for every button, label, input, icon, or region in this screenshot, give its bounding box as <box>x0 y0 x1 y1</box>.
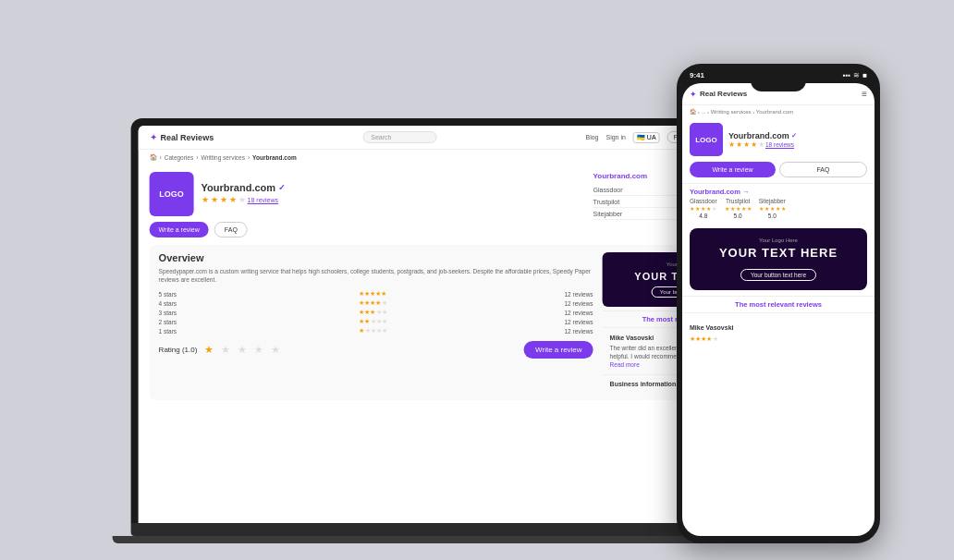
breadcrumb-writing[interactable]: Writting services <box>201 154 245 161</box>
overview-title: Overview <box>159 252 593 263</box>
phone-promo-logo-text: Your Logo Here <box>699 237 858 243</box>
phone-comparison-row: Glassdoor ★ ★ ★ ★ ★ 4.8 Trustpilot <box>690 198 867 219</box>
phone-status-icons: ▪▪▪ ≋ ■ <box>843 71 867 79</box>
phone-reviewer-name: Mike Vasovski <box>690 324 733 331</box>
phone-notch <box>751 79 806 91</box>
phone-promo-button[interactable]: Your button text here <box>740 269 816 281</box>
rating-row-1: 1 stars ★★★★★ 12 reviews <box>159 326 593 335</box>
write-review-button[interactable]: Write a review <box>150 222 209 237</box>
star-4: ★ <box>229 195 237 204</box>
search-input[interactable]: Search <box>362 131 436 143</box>
phone-reviewer-row: Mike Vasovski ★★★★ ★ <box>682 312 874 347</box>
comparison-site-sitejabber: Sitejabber <box>593 211 623 217</box>
write-review-lg-button[interactable]: Write a review <box>524 341 593 359</box>
brand-section: LOGO Yourbrand.com ✓ ★ ★ ★ <box>150 172 582 237</box>
nav-blog[interactable]: Blog <box>585 134 598 140</box>
breadcrumb-sep1: › <box>160 154 162 161</box>
overall-star-3: ★ <box>238 344 247 356</box>
phone-promo-main-text: YOUR TEXT HERE <box>699 246 858 260</box>
rating-row-4: 4 stars ★★★★★ 12 reviews <box>159 298 593 308</box>
breadcrumb-home[interactable]: 🏠 <box>150 153 157 161</box>
phone-comparison: Yourbrand.com → Glassdoor ★ ★ ★ ★ ★ <box>682 183 874 223</box>
reviews-link[interactable]: 18 reviews <box>248 197 278 203</box>
phone-promo-card: Your Logo Here YOUR TEXT HERE Your butto… <box>690 228 867 290</box>
overall-rating-row: Rating (1.0) ★ ★ ★ ★ ★ Write a review <box>159 341 593 359</box>
reviewer-name: Mike Vasovski <box>610 335 654 341</box>
phone: 9:41 ▪▪▪ ≋ ■ ✦ Real Reviews ≡ <box>677 64 880 543</box>
phone-comp-trustpilot: Trustpilot ★ ★ ★ ★ ★ 5.0 <box>725 198 752 219</box>
phone-notch-row: 9:41 ▪▪▪ ≋ ■ <box>682 71 874 83</box>
star-1: ★ <box>202 195 209 204</box>
site-logo: ✦ Real Reviews <box>150 132 214 142</box>
brand-header: LOGO Yourbrand.com ✓ ★ ★ ★ <box>150 172 582 216</box>
rating-row-2: 2 stars ★★★★★ 12 reviews <box>159 317 593 326</box>
phone-faq-button[interactable]: FAQ <box>779 162 867 177</box>
star-3: ★ <box>220 195 227 204</box>
overall-star-filled: ★ <box>204 344 214 356</box>
comparison-site-trustpilot: Trustpilot <box>593 199 620 205</box>
rating-row-3: 3 stars ★★★★★ 12 reviews <box>159 308 593 317</box>
overall-label: Rating (1.0) <box>159 346 198 354</box>
phone-reviews-title: The most relevant reviews <box>682 296 874 312</box>
breadcrumb-current: Yourbrand.com <box>252 154 297 161</box>
phone-brand-info: Yourbrand.com ✓ ★ ★ ★ ★ ★ 18 reviews <box>728 131 797 149</box>
brand-name: Yourbrand.com ✓ <box>202 182 286 193</box>
rating-row-5: 5 stars ★★★★★ 12 reviews <box>159 289 593 298</box>
overview-desc: Speedypaper.com is a custom writing serv… <box>159 267 593 284</box>
phone-comparison-title: Yourbrand.com → <box>690 188 867 196</box>
nav-signin[interactable]: Sign in <box>605 134 625 140</box>
flag-badge[interactable]: 🇺🇦 UA <box>633 132 660 143</box>
comparison-site-glassdoor: Glassdoor <box>593 187 623 193</box>
phone-brand-logo: LOGO <box>690 123 723 156</box>
phone-outer: 9:41 ▪▪▪ ≋ ■ ✦ Real Reviews ≡ <box>677 64 880 543</box>
phone-time: 9:41 <box>690 71 704 79</box>
search-placeholder: Search <box>371 134 391 140</box>
breadcrumb-sep3: › <box>248 154 250 161</box>
phone-logo-text: Real Reviews <box>700 90 747 98</box>
brand-stars: ★ ★ ★ ★ ★ 18 reviews <box>202 195 286 204</box>
phone-actions: Write a review FAQ <box>682 162 874 183</box>
breadcrumb-categories[interactable]: Categories <box>165 154 193 161</box>
star-5: ★ <box>238 195 246 204</box>
brand-logo: LOGO <box>150 172 194 216</box>
overall-star-4: ★ <box>254 344 263 356</box>
breadcrumb-sep2: › <box>196 154 198 161</box>
phone-screen: ✦ Real Reviews ≡ 🏠 › ... › Writting serv… <box>682 83 874 536</box>
phone-star-row: ★ ★ ★ ★ ★ 18 reviews <box>728 140 797 149</box>
phone-breadcrumb: 🏠 › ... › Writting services › Yourbrand.… <box>682 105 874 117</box>
phone-comp-sitejabber: Sitejabber ★ ★ ★ ★ ★ 5.0 <box>759 198 786 219</box>
logo-star-icon: ✦ <box>150 132 157 142</box>
phone-menu-icon[interactable]: ≡ <box>862 89 867 99</box>
brand-actions: Write a review FAQ <box>150 222 582 237</box>
verified-badge: ✓ <box>278 183 286 192</box>
brand-info: Yourbrand.com ✓ ★ ★ ★ ★ ★ <box>202 182 286 206</box>
phone-brand-section: LOGO Yourbrand.com ✓ ★ ★ ★ ★ ★ 18 revi <box>682 117 874 162</box>
phone-logo-row: ✦ Real Reviews <box>690 90 747 99</box>
phone-reviews-link[interactable]: 18 reviews <box>765 141 794 148</box>
phone-write-review-button[interactable]: Write a review <box>690 162 776 177</box>
overall-star-5: ★ <box>271 344 280 356</box>
star-2: ★ <box>211 195 218 204</box>
phone-comp-glassdoor: Glassdoor ★ ★ ★ ★ ★ 4.8 <box>690 198 717 219</box>
overall-star-2: ★ <box>221 344 230 356</box>
phone-logo-star-icon: ✦ <box>690 90 697 99</box>
read-more-link[interactable]: Read more <box>610 361 640 368</box>
scene: ✦ Real Reviews Search Blog Sign in 🇺🇦 UA… <box>0 0 954 560</box>
faq-button[interactable]: FAQ <box>214 222 248 237</box>
phone-brand-name: Yourbrand.com ✓ <box>728 131 797 140</box>
site-logo-text: Real Reviews <box>161 133 214 142</box>
overview-left: Overview Speedypaper.com is a custom wri… <box>159 252 593 393</box>
